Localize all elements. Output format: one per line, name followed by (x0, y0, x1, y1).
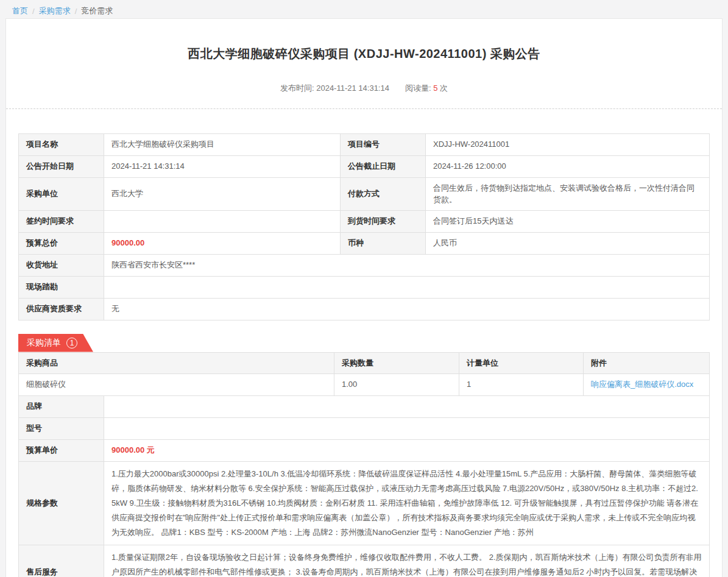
procurement-list-tab-label: 采购清单 (27, 338, 61, 349)
views-unit: 次 (437, 83, 448, 93)
table-row: 收货地址 陕西省西安市长安区**** (19, 255, 710, 277)
publish-time-label: 发布时间: (280, 83, 316, 93)
attachment-cell: 响应偏离表_细胞破碎仪.docx (584, 374, 710, 396)
table-row: 签约时间要求 到货时间要求 合同签订后15天内送达 (19, 211, 710, 233)
site-visit-value (104, 276, 710, 298)
budget-total-label: 预算总价 (19, 233, 104, 255)
publish-time-value: 2024-11-21 14:31:14 (316, 83, 389, 93)
table-row: 项目名称 西北大学细胞破碎仪采购项目 项目编号 XDJJ-HW-20241100… (19, 134, 710, 156)
project-code-label: 项目编号 (341, 134, 426, 156)
breadcrumb-separator: / (75, 7, 77, 16)
table-row: 品牌 (19, 396, 710, 418)
spec-params-value: 1.压力最大2000bar或30000psi 2.处理量3-10L/h 3.低温… (104, 461, 710, 545)
delivery-address-value: 陕西省西安市长安区**** (104, 255, 710, 277)
model-label: 型号 (19, 418, 104, 440)
publish-info-line: 发布时间: 2024-11-21 14:31:14阅读量: 5 次 (24, 83, 704, 94)
unit-price-label: 预算单价 (19, 439, 104, 461)
breadcrumb: 首页 / 采购需求 / 竞价需求 (0, 0, 728, 18)
table-row: 预算总价 90000.00 币种 人民币 (19, 233, 710, 255)
breadcrumb-procurement-demand-link[interactable]: 采购需求 (39, 5, 71, 16)
table-row: 采购单位 西北大学 付款方式 合同生效后，待货物到达指定地点、安装调试验收合格后… (19, 177, 710, 211)
currency-label: 币种 (341, 233, 426, 255)
delivery-address-label: 收货地址 (19, 255, 104, 277)
project-name-value: 西北大学细胞破碎仪采购项目 (104, 134, 341, 156)
spec-params-label: 规格参数 (19, 461, 104, 545)
table-header-row: 采购商品 采购数量 计量单位 附件 (19, 352, 710, 374)
purchaser-value: 西北大学 (104, 177, 341, 211)
currency-value: 人民币 (426, 233, 710, 255)
page-title: 西北大学细胞破碎仪采购项目 (XDJJ-HW-202411001) 采购公告 (24, 46, 704, 62)
table-row: 现场踏勘 (19, 276, 710, 298)
announcement-card: 西北大学细胞破碎仪采购项目 (XDJJ-HW-202411001) 采购公告 发… (5, 18, 723, 577)
supplier-qualification-label: 供应商资质要求 (19, 298, 104, 320)
payment-method-value: 合同生效后，待货物到达指定地点、安装调试验收合格后，一次性付清合同货款。 (426, 177, 710, 211)
breadcrumb-separator: / (32, 7, 35, 16)
after-sales-value: 1.质量保证期限2年，自设备现场验收之日起计算；设备终身免费维护，维修仅收取配件… (104, 545, 710, 577)
brand-value (104, 396, 710, 418)
quantity-cell: 1.00 (334, 374, 459, 396)
unit-price-value: 90000.00 元 (104, 439, 710, 461)
sign-time-value (104, 211, 341, 233)
brand-label: 品牌 (19, 396, 104, 418)
breadcrumb-current-bidding-demand: 竞价需求 (81, 5, 113, 16)
purchaser-label: 采购单位 (19, 177, 104, 211)
table-row: 型号 (19, 418, 710, 440)
payment-method-label: 付款方式 (341, 177, 426, 211)
delivery-time-value: 合同签订后15天内送达 (426, 211, 710, 233)
start-date-label: 公告开始日期 (19, 155, 104, 177)
project-code-value: XDJJ-HW-202411001 (426, 134, 710, 156)
announcement-body: 项目名称 西北大学细胞破碎仪采购项目 项目编号 XDJJ-HW-20241100… (6, 109, 722, 577)
end-date-value: 2024-11-26 12:00:00 (426, 155, 710, 177)
supplier-qualification-value: 无 (104, 298, 710, 320)
procurement-list-table: 采购商品 采购数量 计量单位 附件 细胞破碎仪 1.00 1 响应偏离表_细胞破… (18, 352, 710, 577)
table-row: 细胞破碎仪 1.00 1 响应偏离表_细胞破碎仪.docx (19, 374, 710, 396)
procurement-list-tab: 采购清单 1 (18, 334, 93, 352)
site-visit-label: 现场踏勘 (19, 276, 104, 298)
column-header-quantity: 采购数量 (334, 352, 459, 374)
table-row: 公告开始日期 2024-11-21 14:31:14 公告截止日期 2024-1… (19, 155, 710, 177)
table-row: 售后服务 1.质量保证期限2年，自设备现场验收之日起计算；设备终身免费维护，维修… (19, 545, 710, 577)
column-header-unit: 计量单位 (459, 352, 584, 374)
announcement-header: 西北大学细胞破碎仪采购项目 (XDJJ-HW-202411001) 采购公告 发… (6, 19, 722, 109)
after-sales-label: 售后服务 (19, 545, 104, 577)
procurement-list-section: 采购清单 1 采购商品 采购数量 计量单位 附件 细胞破碎仪 1.00 1 响应… (18, 334, 710, 577)
sign-time-label: 签约时间要求 (19, 211, 104, 233)
end-date-label: 公告截止日期 (341, 155, 426, 177)
project-name-label: 项目名称 (19, 134, 104, 156)
table-row: 供应商资质要求 无 (19, 298, 710, 320)
procurement-list-count-badge: 1 (66, 338, 77, 349)
column-header-attachment: 附件 (584, 352, 710, 374)
start-date-value: 2024-11-21 14:31:14 (104, 155, 341, 177)
table-row: 预算单价 90000.00 元 (19, 439, 710, 461)
views-label: 阅读量: (405, 83, 433, 93)
product-name-cell: 细胞破碎仪 (19, 374, 334, 396)
budget-total-value: 90000.00 (104, 233, 341, 255)
breadcrumb-home-link[interactable]: 首页 (12, 5, 28, 16)
attachment-link[interactable]: 响应偏离表_细胞破碎仪.docx (591, 380, 693, 389)
project-info-table: 项目名称 西北大学细胞破碎仪采购项目 项目编号 XDJJ-HW-20241100… (18, 133, 710, 320)
model-value (104, 418, 710, 440)
delivery-time-label: 到货时间要求 (341, 211, 426, 233)
unit-cell: 1 (459, 374, 584, 396)
table-row: 规格参数 1.压力最大2000bar或30000psi 2.处理量3-10L/h… (19, 461, 710, 545)
column-header-product: 采购商品 (19, 352, 334, 374)
